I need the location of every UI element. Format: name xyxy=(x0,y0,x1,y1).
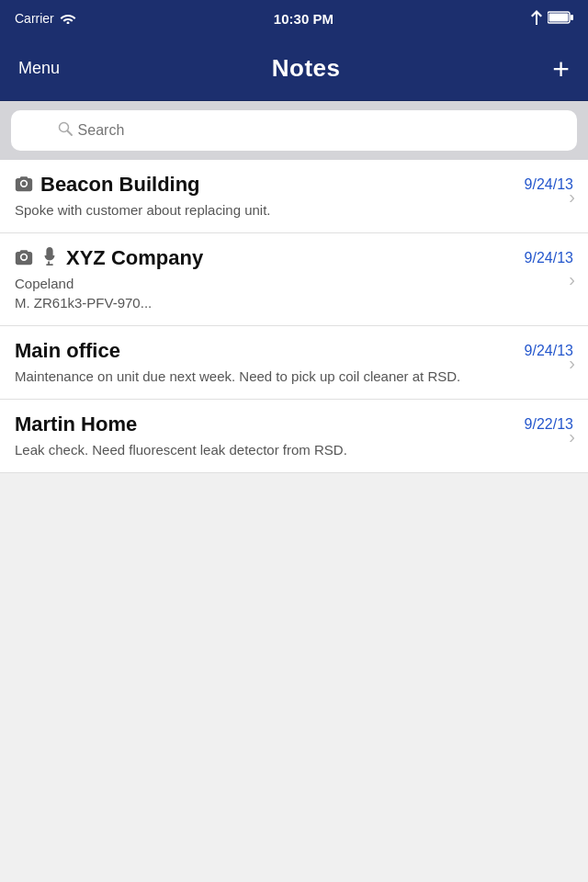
camera-icon xyxy=(15,174,33,196)
note-title: XYZ Company xyxy=(66,246,203,270)
status-time: 10:30 PM xyxy=(274,11,334,27)
search-input[interactable] xyxy=(78,122,531,139)
note-title: Martin Home xyxy=(15,413,137,436)
note-title-row: XYZ Company xyxy=(15,246,203,270)
note-date: 9/24/13 xyxy=(525,343,573,359)
wifi-icon xyxy=(60,11,76,27)
chevron-right-icon: › xyxy=(569,269,575,290)
page-title: Notes xyxy=(272,54,341,83)
status-left: Carrier xyxy=(15,11,76,27)
chevron-right-icon: › xyxy=(569,186,575,207)
note-title-row: Main office xyxy=(15,339,120,363)
note-header: Main office9/24/13 xyxy=(15,339,573,363)
notes-list: Beacon Building9/24/13Spoke with custome… xyxy=(0,160,588,473)
note-preview: Copeland M. ZR61k3-PFV-970... xyxy=(15,274,573,312)
search-bar xyxy=(11,110,577,151)
battery-icon xyxy=(548,11,573,27)
note-title-row: Beacon Building xyxy=(15,173,200,197)
note-header: Beacon Building9/24/13 xyxy=(15,173,573,197)
svg-rect-1 xyxy=(571,15,573,20)
status-bar: Carrier 10:30 PM xyxy=(0,0,588,37)
menu-button[interactable]: Menu xyxy=(18,59,60,78)
note-item-beacon-building[interactable]: Beacon Building9/24/13Spoke with custome… xyxy=(0,160,588,233)
svg-line-4 xyxy=(67,131,72,136)
svg-rect-2 xyxy=(548,13,568,21)
note-preview: Leak check. Need fluorescent leak detect… xyxy=(15,440,573,459)
location-icon xyxy=(531,10,542,28)
note-date: 9/24/13 xyxy=(525,176,573,193)
note-header: Martin Home9/22/13 xyxy=(15,413,573,436)
note-item-xyz-company[interactable]: XYZ Company9/24/13Copeland M. ZR61k3-PFV… xyxy=(0,233,588,326)
note-title: Beacon Building xyxy=(40,173,200,197)
note-date: 9/22/13 xyxy=(525,416,573,433)
camera-icon xyxy=(15,247,33,269)
note-item-main-office[interactable]: Main office9/24/13Maintenance on unit du… xyxy=(0,326,588,400)
note-header: XYZ Company9/24/13 xyxy=(15,246,573,270)
note-title-row: Martin Home xyxy=(15,413,137,436)
note-preview: Spoke with customer about replacing unit… xyxy=(15,200,573,220)
mic-icon xyxy=(40,247,59,269)
note-date: 9/24/13 xyxy=(525,250,573,266)
chevron-right-icon: › xyxy=(569,425,575,447)
search-icon xyxy=(58,121,73,140)
note-preview: Maintenance on unit due next week. Need … xyxy=(15,367,573,386)
add-note-button[interactable]: + xyxy=(552,54,570,84)
status-right xyxy=(531,10,573,28)
note-title: Main office xyxy=(15,339,120,363)
search-container xyxy=(0,101,588,160)
carrier-label: Carrier xyxy=(15,11,54,26)
chevron-right-icon: › xyxy=(569,352,575,373)
nav-bar: Menu Notes + xyxy=(0,37,588,101)
note-item-martin-home[interactable]: Martin Home9/22/13Leak check. Need fluor… xyxy=(0,400,588,473)
